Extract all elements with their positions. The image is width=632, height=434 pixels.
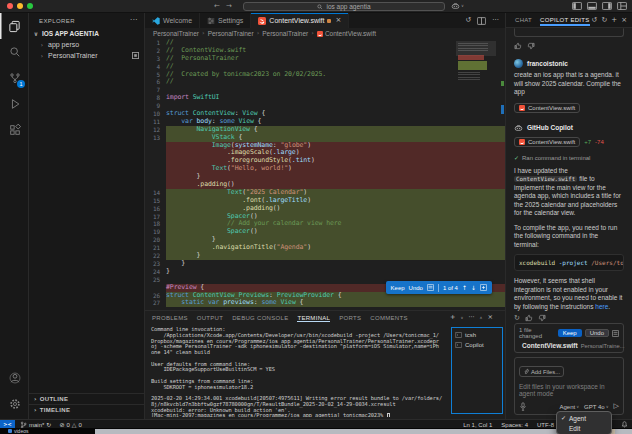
cursor-position-status[interactable]: Ln 1, Col 1 [463,422,492,428]
undo-change-button[interactable]: Undo [409,285,423,291]
thumbs-down-icon[interactable] [527,42,535,50]
next-change-button[interactable]: ↓ [471,285,476,291]
model-picker[interactable]: GPT 4o ∨ [584,404,609,410]
manage-button[interactable] [0,391,29,417]
menu-item-edit[interactable]: Edit [557,423,611,433]
outline-section[interactable]: › OUTLINE [29,393,144,404]
errors-count: 0 [66,422,69,428]
minimap-code-block [458,72,480,80]
panel-more-actions[interactable]: ··· [468,314,474,321]
explorer-more-actions[interactable]: ··· [130,17,138,24]
terminal-session-copilot[interactable]: Copilot [452,340,502,350]
activity-run-debug[interactable] [0,91,29,117]
panel-tab-terminal[interactable]: TERMINAL [297,315,330,321]
command-code-block[interactable]: xcodebuild -project /Users/tonicma [514,254,624,271]
previous-change-button[interactable]: ↑ [462,285,467,291]
instructions-link[interactable]: here [595,303,608,310]
terminal-session-tcsh[interactable]: tcsh [452,330,502,340]
keep-change-button[interactable]: Keep [391,285,405,291]
session-label: tcsh [465,332,476,338]
more-actions-icon[interactable]: ··· [492,17,499,24]
chat-conversation: francoistonic create an ios app that is … [506,28,632,352]
code-editor[interactable]: 1//2// ContentView.swift3// PersonalTrai… [145,39,505,310]
explorer-root-folder[interactable]: ∨ IOS APP AGENTIA [29,28,144,39]
activity-search[interactable] [0,39,29,65]
new-terminal-button[interactable]: + [450,314,455,321]
open-changes-icon[interactable] [480,284,487,291]
breadcrumb-item[interactable]: PersonalTrainer [208,30,254,37]
run-recent-icon[interactable]: ↺ [465,17,471,24]
panel-tab-problems[interactable]: PROBLEMS [152,315,188,321]
assistant-paragraph: I have updated the ContentView.swift fil… [514,167,624,218]
copilot-menu-button[interactable]: ∨ [451,2,464,10]
thumbs-up-icon[interactable] [514,42,522,50]
split-editor-icon[interactable] [477,17,486,25]
close-window-button[interactable] [7,3,13,9]
new-session-icon[interactable]: + [611,17,617,24]
tab-settings[interactable]: Settings [200,13,251,28]
tab-contentview-swift[interactable]: ContentView.swift × [251,13,349,28]
breadcrumb-item[interactable]: PersonalTrainer [262,30,308,37]
maximize-window-button[interactable] [27,3,33,9]
terminal-output[interactable]: Command line invocation: /Applications/X… [151,327,451,417]
panel-tab-comments[interactable]: COMMENTS [370,315,407,321]
breadcrumb-item-file[interactable]: ContentView.swift [317,30,376,37]
undo-all-button[interactable]: Undo [585,329,609,337]
microphone-icon[interactable] [519,402,527,411]
toggle-primary-sidebar-icon[interactable] [572,2,582,10]
undo-edit-icon[interactable]: ↺ [592,17,598,24]
desktop-folder-label: videos [8,428,28,434]
encoding-status[interactable]: UTF-8 [537,422,554,428]
maximize-panel-icon[interactable]: ∧ [480,316,483,320]
breadcrumb-item[interactable]: PersonalTrainer [153,30,199,37]
notifications-bell-icon[interactable] [621,421,628,428]
overview-ruler-info-mark [501,105,504,114]
attachment-chip[interactable]: ContentView.swift [514,103,580,113]
retry-icon[interactable]: ↻ [514,315,520,322]
mode-picker[interactable]: Agent ∨ [559,404,579,410]
toggle-secondary-sidebar-icon[interactable] [602,2,612,10]
command-center-search[interactable]: ios app agentia [243,2,445,11]
history-back-button[interactable]: ← [214,3,220,10]
chat-input-box[interactable]: Add Files... Edit files in your workspac… [514,357,624,415]
diff-editor-icon[interactable] [427,284,434,291]
activity-extensions[interactable] [0,117,29,143]
close-panel-icon[interactable]: × [488,314,493,321]
problems-status[interactable]: ⊘ 0 △ 0 [59,422,81,428]
history-forward-button[interactable]: → [226,3,232,10]
thumbs-up-icon[interactable] [525,314,533,322]
keep-all-button[interactable]: Keep [558,329,582,337]
tab-welcome[interactable]: Welcome [145,13,200,28]
file-reference-chip[interactable]: ContentView.swift [514,137,580,147]
panel-tab-debug-console[interactable]: DEBUG CONSOLE [232,315,288,321]
panel-tab-ports[interactable]: PORTS [339,315,361,321]
account-button[interactable] [0,365,29,391]
activity-explorer[interactable] [0,13,29,39]
tab-chat[interactable]: CHAT [515,17,532,23]
close-panel-icon[interactable]: × [621,17,627,24]
timeline-section[interactable]: › TIMELINE [29,404,144,415]
changed-file-row[interactable]: ContentView.swift PersonalTraine... [519,342,619,349]
customize-layout-icon[interactable] [617,2,627,10]
close-tab-icon[interactable]: × [335,17,341,24]
run-debug-icon [9,98,21,110]
add-files-button[interactable]: Add Files... [519,366,564,377]
chevron-down-icon: ∨ [576,405,579,409]
toggle-panel-icon[interactable] [587,2,597,10]
minimap[interactable] [456,41,496,111]
redo-edit-icon[interactable]: ↻ [601,17,607,24]
activity-source-control[interactable]: 1 [0,65,29,91]
menu-item-agent[interactable]: ✓Agent [557,413,611,423]
modified-indicator [327,19,331,23]
indentation-status[interactable]: Spaces: 4 [501,422,528,428]
tab-copilot-edits[interactable]: COPILOT EDITS [540,17,589,24]
thumbs-down-icon[interactable] [538,314,546,322]
terminal-dropdown-icon[interactable]: ∨ [460,316,463,320]
explorer-folder-app-perso[interactable]: › app perso [29,39,144,50]
explorer-folder-personaltrainer[interactable]: › PersonalTrainer [29,50,144,61]
minimize-window-button[interactable] [17,3,23,9]
send-icon[interactable]: ▷ [614,403,619,410]
panel-tab-output[interactable]: OUTPUT [197,315,223,321]
ran-command-status[interactable]: ✓ Ran command in terminal [514,155,624,161]
view-diff-icon[interactable] [612,330,619,337]
